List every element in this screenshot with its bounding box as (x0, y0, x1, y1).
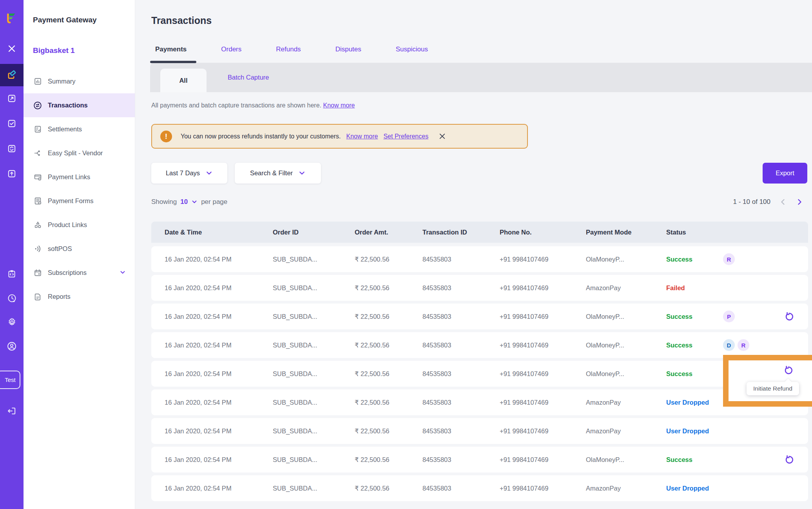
description-know-more-link[interactable]: Know more (323, 102, 355, 109)
merchant-name[interactable]: Bigbasket 1 (33, 46, 75, 55)
rail-item-developers[interactable] (0, 269, 24, 279)
sidebar-item-transactions[interactable]: Transactions (24, 93, 135, 117)
badge-r[interactable]: R (738, 339, 749, 351)
rail-item-payments-active[interactable] (0, 64, 24, 86)
calendar-icon (33, 269, 42, 277)
rail-item-history[interactable] (0, 293, 24, 304)
cell-payment-mode: OlaMoneyP... (586, 342, 666, 349)
logout-icon[interactable] (0, 406, 24, 416)
chevron-down-icon[interactable] (119, 269, 126, 277)
test-mode-button[interactable]: Test (0, 371, 20, 389)
chevron-down-icon[interactable] (191, 199, 198, 205)
search-filter-dropdown[interactable]: Search & Filter (235, 163, 321, 184)
col-status: Status (666, 229, 723, 236)
table-row[interactable]: 16 Jan 2020, 02:54 PMSUB_SUBDA...₹ 22,50… (151, 246, 808, 272)
sidebar-item-payment-forms[interactable]: Payment Forms (24, 189, 135, 213)
cell-txn-id: 84535803 (422, 485, 500, 492)
rail-item-payment-links[interactable] (0, 93, 24, 104)
table-row[interactable]: 16 Jan 2020, 02:54 PMSUB_SUBDA...₹ 22,50… (151, 389, 808, 415)
close-icon[interactable] (0, 44, 24, 53)
col-txn-id: Transaction ID (422, 229, 500, 236)
page-size-value[interactable]: 10 (180, 198, 188, 206)
tab-refunds[interactable]: Refunds (276, 45, 301, 53)
cell-phone: +91 9984107469 (500, 485, 586, 492)
sidebar-item-summary[interactable]: Summary (24, 69, 135, 93)
tab-payments[interactable]: Payments (155, 45, 187, 53)
badge-p[interactable]: P (723, 311, 735, 322)
date-range-dropdown[interactable]: Last 7 Days (151, 163, 227, 184)
description-text: All payments and batch capture transacti… (151, 102, 321, 109)
sidebar-item-subscriptions[interactable]: Subscriptions (24, 261, 135, 285)
cell-txn-id: 84535803 (422, 313, 500, 320)
rail-item-support[interactable] (0, 341, 24, 352)
date-range-value: Last 7 Days (166, 169, 200, 177)
gear-icon (7, 317, 17, 327)
cell-order-amt: ₹ 22,500.56 (355, 313, 422, 320)
badge-r[interactable]: R (723, 253, 735, 265)
sidebar-item-softpos[interactable]: softPOS (24, 237, 135, 261)
table-row[interactable]: 16 Jan 2020, 02:54 PMSUB_SUBDA...₹ 22,50… (151, 418, 808, 444)
initiate-refund-icon[interactable] (784, 312, 794, 322)
rail-item-settings[interactable] (0, 317, 24, 327)
tab-orders[interactable]: Orders (221, 45, 241, 53)
tab-disputes[interactable]: Disputes (335, 45, 361, 53)
table-header: Date & Time Order ID Order Amt. Transact… (151, 222, 808, 243)
action-cell (770, 455, 808, 465)
sidebar-item-product-links[interactable]: Product Links (24, 213, 135, 237)
prev-page-icon[interactable] (779, 198, 787, 206)
rail-item-payment-forms[interactable] (0, 118, 24, 129)
next-page-icon[interactable] (796, 198, 803, 206)
table-row[interactable]: 16 Jan 2020, 02:54 PMSUB_SUBDA...₹ 22,50… (151, 275, 808, 301)
badge-d[interactable]: D (723, 339, 735, 351)
status-label: Failed (666, 284, 723, 292)
cell-phone: +91 9984107469 (500, 313, 586, 320)
chevron-down-icon (205, 169, 213, 177)
cell-payment-mode: OlaMoneyP... (586, 456, 666, 464)
table-row[interactable]: 16 Jan 2020, 02:54 PMSUB_SUBDA...₹ 22,50… (151, 304, 808, 329)
sidebar-item-label: Settlements (48, 125, 82, 133)
pagination: 1 - 10 of 100 (733, 198, 803, 206)
cell-phone: +91 9984107469 (500, 456, 586, 464)
tab-bar: Payments Orders Refunds Disputes Suspici… (155, 45, 428, 53)
refund-highlight-box: Initiate Refund (723, 355, 812, 407)
logo[interactable] (0, 10, 24, 25)
sidebar-item-reports[interactable]: Reports (24, 285, 135, 309)
subtab-all[interactable]: All (160, 69, 207, 92)
banner-know-more-link[interactable]: Know more (346, 133, 378, 140)
transactions-table: Date & Time Order ID Order Amt. Transact… (151, 222, 808, 504)
cell-order-amt: ₹ 22,500.56 (355, 399, 422, 406)
bar-chart-icon (33, 77, 42, 86)
sidebar-item-label: Summary (48, 78, 76, 85)
icon-rail: Test (0, 0, 24, 509)
shapes-icon (33, 221, 42, 229)
settlements-list-icon (33, 125, 42, 134)
sidebar: Payment Gateway Bigbasket 1 Summary Tran… (24, 0, 135, 509)
cell-payment-mode: OlaMoneyP... (586, 313, 666, 320)
table-row[interactable]: 16 Jan 2020, 02:54 PMSUB_SUBDA...₹ 22,50… (151, 475, 808, 501)
cell-date: 16 Jan 2020, 02:54 PM (151, 456, 273, 464)
tab-suspicious[interactable]: Suspicious (396, 45, 428, 53)
initiate-refund-icon[interactable] (784, 455, 794, 465)
export-button[interactable]: Export (763, 163, 807, 184)
rail-item-product-links[interactable] (0, 169, 24, 179)
rail-item-easy-split[interactable] (0, 144, 24, 154)
cell-order-amt: ₹ 22,500.56 (355, 370, 422, 378)
table-row[interactable]: 16 Jan 2020, 02:54 PMSUB_SUBDA...₹ 22,50… (151, 332, 808, 358)
table-row[interactable]: 16 Jan 2020, 02:54 PMSUB_SUBDA...₹ 22,50… (151, 361, 808, 387)
initiate-refund-icon[interactable] (783, 365, 793, 375)
subtab-batch-capture[interactable]: Batch Capture (228, 63, 269, 92)
sidebar-item-easy-split[interactable]: Easy Split - Vendor (24, 141, 135, 165)
cell-order-id: SUB_SUBDA... (273, 485, 355, 492)
banner-set-preferences-link[interactable]: Set Preferences (383, 133, 428, 140)
table-row[interactable]: 16 Jan 2020, 02:54 PMSUB_SUBDA...₹ 22,50… (151, 447, 808, 473)
cell-order-amt: ₹ 22,500.56 (355, 342, 422, 349)
cell-phone: +91 9984107469 (500, 370, 586, 378)
sidebar-item-payment-links[interactable]: Payment Links (24, 165, 135, 189)
cell-payment-mode: AmazonPay (586, 399, 666, 406)
cell-payment-mode: OlaMoneyP... (586, 256, 666, 263)
sidebar-item-label: Product Links (48, 221, 87, 229)
banner-close-icon[interactable] (439, 133, 446, 140)
contactless-icon (33, 245, 42, 253)
sidebar-item-settlements[interactable]: Settlements (24, 117, 135, 141)
cell-order-amt: ₹ 22,500.56 (355, 284, 422, 292)
